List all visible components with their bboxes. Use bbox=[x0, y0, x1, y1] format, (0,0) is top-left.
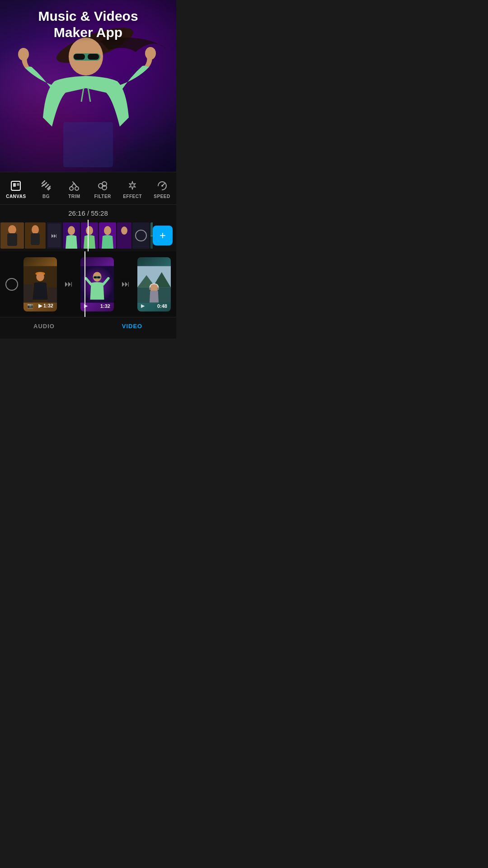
svg-rect-49 bbox=[132, 222, 150, 249]
svg-point-32 bbox=[161, 185, 163, 187]
clip-3-duration: 0:48 bbox=[157, 303, 167, 309]
svg-rect-47 bbox=[117, 222, 131, 249]
playhead bbox=[88, 220, 89, 251]
svg-line-6 bbox=[88, 88, 90, 102]
trim-label: TRIM bbox=[68, 194, 80, 199]
svg-rect-64 bbox=[97, 276, 100, 278]
effect-label: EFFECT bbox=[123, 194, 142, 199]
clips-area: 📷 ▶ 1:32 ⏭ bbox=[0, 251, 176, 317]
timeline-clips[interactable]: ⏭ bbox=[0, 220, 153, 251]
timeline-clip-3[interactable]: ⏭ bbox=[47, 222, 62, 249]
clip-2-thumbnail[interactable]: ▶ 1:32 bbox=[80, 257, 114, 311]
svg-point-42 bbox=[68, 226, 75, 235]
skip-forward-icon-1: ⏭ bbox=[65, 279, 73, 289]
svg-rect-74 bbox=[157, 287, 159, 289]
svg-rect-11 bbox=[149, 47, 151, 53]
clip-separator-1[interactable]: ⏭ bbox=[61, 276, 77, 292]
toolbar-canvas[interactable]: CANVAS bbox=[2, 178, 29, 201]
canvas-label: CANVAS bbox=[6, 194, 26, 199]
skip-icon-1: ⏭ bbox=[51, 232, 57, 239]
toolbar-effect[interactable]: EFFECT bbox=[119, 178, 145, 201]
trim-icon bbox=[68, 179, 80, 192]
timeline-clip-8[interactable] bbox=[132, 222, 150, 249]
svg-line-5 bbox=[81, 88, 84, 102]
camera-icon-1: 📷 bbox=[27, 303, 33, 309]
svg-rect-9 bbox=[25, 50, 28, 54]
bottom-tabs: AUDIO VIDEO bbox=[0, 317, 176, 339]
filter-icon bbox=[96, 179, 109, 192]
svg-point-34 bbox=[8, 225, 16, 234]
camera-icon-3: ▶ bbox=[141, 303, 145, 309]
timecode-display: 26:16 / 55:28 bbox=[0, 205, 176, 220]
bg-label: BG bbox=[42, 194, 50, 199]
svg-rect-13 bbox=[63, 122, 113, 167]
canvas-icon bbox=[9, 179, 22, 192]
svg-rect-16 bbox=[17, 183, 19, 186]
svg-point-23 bbox=[70, 187, 73, 190]
svg-line-19 bbox=[46, 184, 48, 187]
toolbar: CANVAS BG TRIM bbox=[0, 172, 176, 205]
timeline-clip-2[interactable] bbox=[25, 222, 46, 249]
svg-rect-57 bbox=[23, 284, 33, 302]
preview-person-figure bbox=[0, 27, 176, 172]
svg-rect-58 bbox=[48, 287, 57, 302]
bg-icon bbox=[40, 179, 52, 192]
svg-point-48 bbox=[121, 226, 127, 235]
timeline-clip-6[interactable] bbox=[99, 222, 116, 249]
svg-point-56 bbox=[36, 272, 44, 281]
toolbar-speed[interactable]: SPEED bbox=[150, 178, 174, 201]
clips-row[interactable]: 📷 ▶ 1:32 ⏭ bbox=[0, 251, 176, 317]
clip-3-thumbnail[interactable]: ▶ 0:48 bbox=[137, 257, 171, 311]
toolbar-filter[interactable]: FILTER bbox=[91, 178, 115, 201]
timeline-clip-7[interactable] bbox=[117, 222, 131, 249]
clip-separator-2[interactable]: ⏭ bbox=[117, 276, 134, 292]
svg-line-18 bbox=[44, 183, 47, 185]
video-preview: Music & VideosMaker App bbox=[0, 0, 176, 172]
effect-icon bbox=[126, 179, 139, 192]
svg-point-37 bbox=[32, 225, 39, 234]
svg-rect-52 bbox=[150, 236, 153, 249]
svg-point-44 bbox=[86, 226, 93, 235]
svg-rect-4 bbox=[88, 54, 99, 60]
svg-rect-12 bbox=[152, 49, 155, 53]
skip-forward-icon-2: ⏭ bbox=[122, 279, 130, 289]
add-clip-button[interactable]: + bbox=[153, 226, 173, 245]
filter-label: FILTER bbox=[94, 194, 111, 199]
svg-rect-63 bbox=[94, 276, 97, 278]
speed-label: SPEED bbox=[154, 194, 170, 199]
timeline-clip-9[interactable] bbox=[150, 222, 153, 249]
timeline-clip-4[interactable] bbox=[63, 222, 80, 249]
timeline-strip[interactable]: ⏭ bbox=[0, 220, 176, 251]
svg-rect-73 bbox=[149, 287, 151, 289]
svg-point-24 bbox=[75, 187, 79, 190]
svg-line-21 bbox=[42, 184, 44, 186]
clip-2-duration: 1:32 bbox=[100, 303, 110, 309]
svg-rect-35 bbox=[7, 233, 17, 246]
video-title: Music & VideosMaker App bbox=[0, 8, 176, 41]
clip-1-thumbnail[interactable]: 📷 ▶ 1:32 bbox=[23, 257, 57, 311]
speed-icon bbox=[156, 179, 169, 192]
timecode-text: 26:16 / 55:28 bbox=[68, 209, 108, 217]
svg-point-46 bbox=[104, 226, 111, 235]
tab-audio[interactable]: AUDIO bbox=[0, 323, 88, 330]
svg-rect-3 bbox=[74, 54, 85, 60]
camera-icon-2: ▶ bbox=[84, 303, 88, 309]
svg-rect-8 bbox=[22, 48, 24, 54]
svg-line-17 bbox=[42, 181, 45, 184]
toolbar-trim[interactable]: TRIM bbox=[62, 178, 86, 201]
record-circle-1 bbox=[5, 278, 18, 291]
timeline-strip-wrapper: ⏭ bbox=[0, 220, 176, 251]
timeline-clip-5[interactable] bbox=[81, 222, 98, 249]
toolbar-bg[interactable]: BG bbox=[34, 178, 58, 201]
tab-video[interactable]: VIDEO bbox=[88, 323, 176, 330]
clip-1-duration: ▶ 1:32 bbox=[38, 303, 53, 309]
timeline-clip-1[interactable] bbox=[0, 222, 24, 249]
svg-rect-38 bbox=[31, 233, 40, 245]
record-indicator-left bbox=[5, 278, 20, 291]
svg-rect-15 bbox=[13, 183, 16, 187]
